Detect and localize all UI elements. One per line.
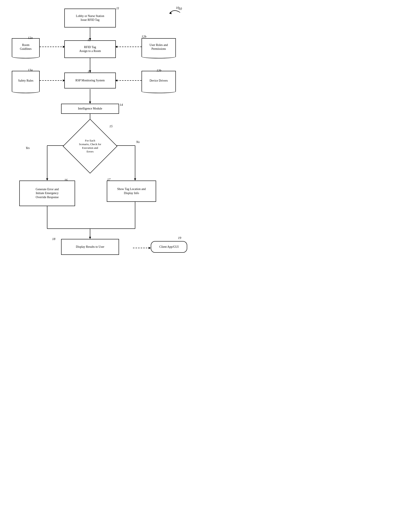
svg-text:10: 10 — [178, 7, 182, 10]
node-19-box: Client App/GUI — [151, 241, 187, 253]
node-14-text: Intelligence Module — [78, 107, 102, 111]
label-16: 16 — [64, 178, 68, 182]
node-12-text: RFID Tag Assign to a Room — [79, 45, 101, 53]
label-19: 19 — [178, 236, 181, 240]
node-13a-doc: Safety Rules — [12, 71, 40, 90]
node-17-box: Show Tag Location and Display Info — [107, 180, 156, 202]
node-17-text: Show Tag Location and Display Info — [117, 187, 146, 195]
node-12a-doc: Room Guidlines — [12, 38, 40, 55]
node-13b-text: Device Drivers — [149, 79, 168, 83]
node-16-box: Generate Error and Initiate Emergency Ov… — [19, 180, 75, 206]
node-18-box: Display Results to User — [61, 239, 119, 255]
no-label: No — [136, 140, 140, 144]
node-16-text: Generate Error and Initiate Emergency Ov… — [36, 187, 59, 199]
node-13-box: RSP Monitoring System — [64, 73, 116, 88]
svg-marker-10 — [46, 178, 48, 180]
node-15-diamond: For Each Scenario, Check for Execution a… — [71, 127, 109, 166]
node-11-box: Lobby or Nurse Station Issue RFID Tag — [64, 9, 116, 28]
node-12b-text: User Roles and Permissions — [149, 43, 168, 51]
node-12-box: RFID Tag Assign to a Room — [64, 40, 116, 58]
node-15-text: For Each Scenario, Check for Execution a… — [77, 139, 103, 153]
label-12: 12 — [87, 38, 91, 42]
svg-marker-29 — [149, 247, 151, 249]
label-11: 11 — [116, 6, 119, 10]
label-18: 18 — [52, 237, 55, 241]
label-13b: 13b — [156, 69, 161, 72]
arrow-10: 10 — [165, 6, 182, 15]
svg-marker-19 — [89, 237, 91, 239]
label-14: 14 — [120, 103, 123, 107]
label-17: 17 — [107, 178, 110, 181]
label-12a: 12a — [28, 36, 33, 40]
svg-marker-5 — [89, 102, 91, 104]
node-13a-text: Safety Rules — [18, 79, 33, 83]
node-11-text: Lobby or Nurse Station Issue RFID Tag — [76, 14, 104, 22]
node-13b-doc: Device Drivers — [142, 71, 176, 90]
node-12a-text: Room Guidlines — [20, 43, 32, 51]
label-13a: 13a — [28, 68, 33, 72]
label-12b: 12b — [142, 35, 147, 38]
node-19-text: Client App/GUI — [159, 245, 179, 249]
node-12b-doc: User Roles and Permissions — [142, 38, 176, 55]
yes-label: Yes — [26, 146, 30, 150]
node-13-text: RSP Monitoring System — [75, 79, 105, 82]
node-14-box: Intelligence Module — [61, 104, 119, 114]
label-15: 15 — [109, 124, 113, 128]
svg-marker-13 — [134, 178, 136, 180]
node-18-text: Display Results to User — [76, 245, 104, 249]
label-13: 13 — [87, 70, 91, 74]
flowchart-diagram: 10 10 Lobby or Nurse Station Issue RFID … — [0, 0, 206, 266]
